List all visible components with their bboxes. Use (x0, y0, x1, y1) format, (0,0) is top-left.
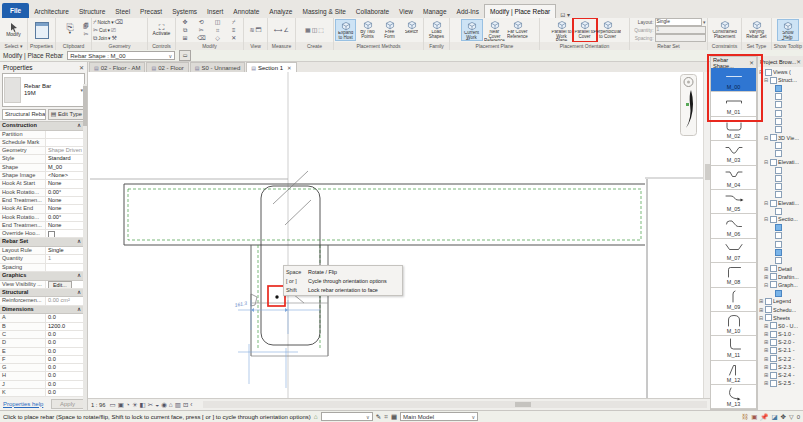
property-value[interactable]: 0.0 (46, 348, 83, 355)
pb-item-draftin[interactable]: ⊞Draftin... (758, 273, 803, 281)
view-tab-s0-unnamed[interactable]: ▤S0 - Unnamed (190, 62, 245, 72)
rebar-shape-item-m-11[interactable]: M_11 (711, 336, 756, 360)
pb-item[interactable] (758, 166, 803, 174)
property-value[interactable]: 0.0 (46, 331, 83, 338)
pb-item[interactable] (758, 142, 803, 150)
workset-select[interactable]: ∨ (321, 412, 373, 421)
activate-button[interactable]: ⛶ Activate (150, 19, 174, 41)
pb-item-sheets[interactable]: ⊟Sheets (758, 314, 803, 322)
filter-icon[interactable]: ▽ (789, 413, 794, 420)
modify-tool-icon[interactable]: ⌿ (226, 19, 241, 26)
pb-item[interactable] (758, 240, 803, 248)
worksharing-display-icon[interactable]: ▥ (175, 400, 181, 410)
close-icon[interactable]: ✕ (749, 60, 754, 66)
pb-item[interactable] (758, 174, 803, 182)
section-header-dimensions[interactable]: Dimensions∧ (0, 306, 83, 315)
pb-item[interactable] (758, 84, 803, 92)
edit-button[interactable]: Edit... (48, 281, 72, 288)
expander-icon[interactable]: ⊞ (764, 323, 769, 329)
view-tab-02-floor[interactable]: ▤02 - Floor (146, 62, 188, 72)
expander-icon[interactable]: ⊞ (764, 339, 769, 345)
create-similar-icon[interactable]: ◫ (312, 27, 318, 34)
property-value[interactable]: None (46, 222, 83, 229)
pb-item-s-2-5[interactable]: ⊞S-2.5 - (758, 379, 803, 387)
properties-scrollbar[interactable] (83, 84, 87, 410)
panel-label-placement-plane[interactable]: Placement Plane (450, 42, 539, 50)
property-value[interactable] (46, 264, 83, 271)
property-value[interactable]: Standard (46, 155, 83, 162)
shape-browser-toggle-button[interactable]: ▭ (179, 50, 191, 61)
section-header-graphics[interactable]: Graphics∧ (0, 272, 83, 281)
modify-button[interactable]: Modify (2, 19, 26, 41)
expander-icon[interactable]: ⊞ (764, 356, 769, 362)
rebar-shape-item-m-02[interactable]: M_02 (711, 117, 756, 141)
rebar-shape-item-m-13[interactable]: M_13 (711, 385, 756, 409)
property-value[interactable]: 0.0 (46, 339, 83, 346)
panel-label-rebar-set[interactable]: Rebar Set (630, 42, 707, 50)
layout-select[interactable]: Single (655, 18, 702, 26)
dimension-value[interactable]: 161.3 (234, 300, 248, 308)
pb-item[interactable] (758, 224, 803, 232)
section-header-rebar-set[interactable]: Rebar Set∧ (0, 238, 83, 247)
pb-item[interactable] (758, 109, 803, 117)
property-value[interactable]: Edit... (46, 281, 83, 288)
hidden-window-icon[interactable]: 🗔 (256, 27, 262, 34)
panel-label-placement-methods[interactable]: Placement Methods (334, 42, 423, 50)
section-header-construction[interactable]: Construction∧ (0, 122, 83, 131)
paste-button[interactable]: ⎘ ▾ (58, 19, 82, 41)
visual-style-icon[interactable]: ◧ (140, 400, 146, 410)
panel-label-geometry[interactable]: Geometry (92, 42, 147, 50)
navigation-bar[interactable] (680, 74, 697, 136)
ribbon-tab-insert[interactable]: Insert (202, 5, 228, 18)
modify-tool-icon[interactable]: ≡ (226, 27, 241, 34)
panel-label-view[interactable]: View (244, 42, 267, 50)
pb-item[interactable] (758, 125, 803, 133)
ribbon-button-show-help-tooltip[interactable]: Show Help Tooltip (777, 19, 799, 41)
ribbon-button-varying-rebar-set[interactable]: Varying Rebar Set (746, 19, 768, 41)
more-icon[interactable]: ‹ (190, 400, 192, 410)
show-crop-icon[interactable]: ▣ (118, 400, 124, 410)
thin-lines-icon[interactable]: ≋ (249, 27, 254, 34)
panel-label-set-type[interactable]: Set Type (742, 42, 771, 50)
apply-button[interactable]: Apply (51, 399, 84, 409)
ribbon-display-toggle[interactable]: ⊡ ▾ (560, 11, 570, 18)
property-value[interactable]: 0.0 (46, 364, 83, 371)
expander-icon[interactable]: ⊞ (764, 266, 769, 272)
panel-label-create[interactable]: Create (296, 42, 333, 50)
measure-icon[interactable]: ⟷ (274, 27, 283, 34)
property-value[interactable]: 0.0 (46, 314, 83, 321)
expander-icon[interactable]: ⊞ (759, 298, 764, 304)
rebar-shape-item-m-07[interactable]: M_07 (711, 239, 756, 263)
property-value[interactable]: <None> (46, 172, 83, 179)
expander-icon[interactable]: ⊞ (764, 380, 769, 386)
close-icon[interactable]: ✕ (287, 65, 292, 71)
modify-tool-icon[interactable]: ✥ (178, 19, 193, 26)
sheet-issues-icon[interactable]: ✂ (148, 400, 153, 410)
section-header-structural[interactable]: Structural∧ (0, 289, 83, 298)
ribbon-tab-add-ins[interactable]: Add-Ins (452, 5, 484, 18)
ribbon-button-expand-to-host[interactable]: Expand to Host (335, 19, 356, 41)
cut-icon[interactable]: ✂ (83, 31, 89, 38)
ribbon-tab-view[interactable]: View (394, 5, 418, 18)
create-assembly-icon[interactable]: ⬚ (318, 27, 324, 34)
pb-item-s-1-0[interactable]: ⊞S-1.0 - (758, 330, 803, 338)
ribbon-tab-analyze[interactable]: Analyze (264, 5, 297, 18)
pb-item-elevati[interactable]: ⊟Elevati... (758, 158, 803, 166)
property-value[interactable]: None (46, 205, 83, 212)
pb-item[interactable] (758, 150, 803, 158)
panel-label-modify[interactable]: Modify (176, 42, 243, 50)
modify-tool-icon[interactable]: ⌗ (210, 27, 225, 34)
pb-item[interactable] (758, 207, 803, 215)
rebar-shape-item-m-00[interactable]: M_00 (711, 68, 756, 92)
sun-path-icon[interactable]: ◒ (155, 400, 159, 410)
view-tab-section-1[interactable]: ▤Section 1✕ (246, 62, 296, 72)
view-scale[interactable]: 1 : 96 (91, 402, 106, 408)
property-value[interactable]: 1 (46, 255, 83, 262)
view-tab-02-floor-am[interactable]: ▤02 - Floor - AM (89, 62, 145, 72)
shadows-icon[interactable]: ☀ (132, 400, 138, 410)
pb-item[interactable] (758, 183, 803, 191)
expander-icon[interactable]: ⊟ (764, 159, 769, 165)
ribbon-tab-structure[interactable]: Structure (74, 5, 110, 18)
property-value[interactable]: Single (46, 247, 83, 254)
pb-item-s-2-0[interactable]: ⊞S-2.0 - (758, 338, 803, 346)
